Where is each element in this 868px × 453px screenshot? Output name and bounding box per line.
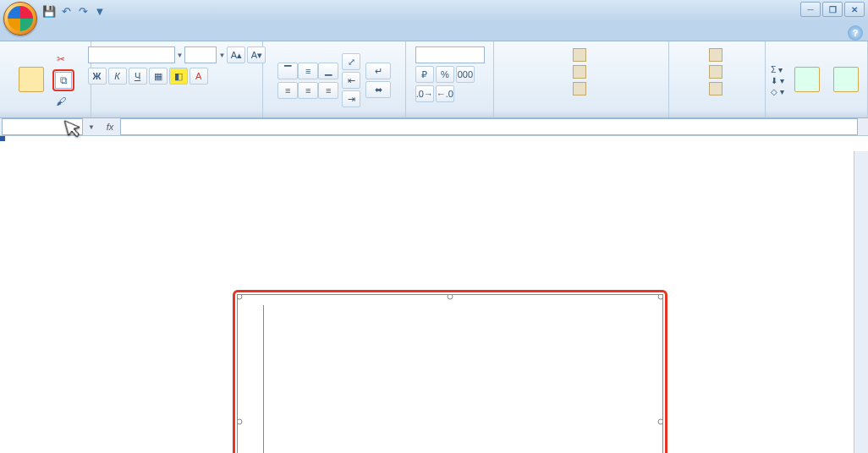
close-button[interactable]: ✕ xyxy=(844,2,865,17)
delete-cells-button[interactable] xyxy=(709,65,726,79)
align-left-button[interactable]: ≡ xyxy=(277,82,298,99)
group-clipboard: ✂ ⧉ 🖌 xyxy=(0,41,91,117)
group-number: ₽ % 000 .0→ ←.0 xyxy=(406,41,494,117)
selection-rectangle xyxy=(0,136,3,139)
save-icon[interactable]: 💾 xyxy=(42,4,56,18)
comma-button[interactable]: 000 xyxy=(456,66,475,83)
namebox-dropdown-icon[interactable]: ▼ xyxy=(88,123,95,131)
svg-point-4 xyxy=(658,419,662,424)
vertical-scrollbar[interactable] xyxy=(854,151,868,453)
conditional-formatting-button[interactable] xyxy=(573,48,590,62)
align-bottom-button[interactable]: ▁ xyxy=(318,63,338,79)
increase-decimal-button[interactable]: .0→ xyxy=(415,85,434,102)
qat-more-icon[interactable]: ▼ xyxy=(93,4,107,18)
wrap-text-button[interactable]: ↵ xyxy=(365,63,391,79)
align-middle-button[interactable]: ≡ xyxy=(298,63,318,79)
svg-point-1 xyxy=(448,295,453,299)
minimize-button[interactable]: ─ xyxy=(800,2,821,17)
cond-fmt-icon xyxy=(573,48,586,62)
formula-input[interactable] xyxy=(120,118,858,135)
help-button[interactable]: ? xyxy=(848,25,863,41)
bold-button[interactable]: Ж xyxy=(88,68,107,85)
border-button[interactable]: ▦ xyxy=(149,68,168,85)
copy-icon[interactable]: ⧉ xyxy=(55,72,72,89)
sort-icon xyxy=(794,67,820,92)
align-right-button[interactable]: ≡ xyxy=(318,82,338,99)
font-name-combo[interactable] xyxy=(88,46,175,63)
align-top-button[interactable]: ▔ xyxy=(277,63,298,79)
paste-icon xyxy=(19,67,44,92)
format-painter-icon[interactable]: 🖌 xyxy=(52,93,69,110)
find-select-button[interactable] xyxy=(830,65,862,96)
merge-button[interactable]: ⬌ xyxy=(365,81,391,98)
clear-button[interactable]: ◇ ▾ xyxy=(771,87,784,96)
fill-color-button[interactable]: ◧ xyxy=(169,68,188,85)
decrease-decimal-button[interactable]: ←.0 xyxy=(436,85,454,102)
fmt-table-icon xyxy=(573,65,586,79)
increase-indent-button[interactable]: ⇥ xyxy=(342,90,360,107)
cut-icon[interactable]: ✂ xyxy=(52,51,69,68)
font-size-combo[interactable] xyxy=(184,46,217,63)
autosum-button[interactable]: Σ ▾ xyxy=(771,65,784,74)
redo-icon[interactable]: ↷ xyxy=(76,4,90,18)
worksheet-grid[interactable] xyxy=(0,136,868,453)
title-bar: 💾 ↶ ↷ ▼ ─ ❐ ✕ xyxy=(0,0,868,22)
office-button[interactable] xyxy=(3,2,37,35)
group-styles xyxy=(494,41,669,117)
fx-icon[interactable]: fx xyxy=(100,122,120,132)
underline-button[interactable]: Ч xyxy=(129,68,147,85)
cell-styles-icon xyxy=(573,82,586,96)
insert-icon xyxy=(709,48,722,62)
orientation-button[interactable]: ⤢ xyxy=(342,53,360,70)
embedded-chart[interactable] xyxy=(237,294,663,453)
cell-styles-button[interactable] xyxy=(573,82,590,96)
insert-cells-button[interactable] xyxy=(709,48,726,62)
restore-button[interactable]: ❐ xyxy=(822,2,843,17)
svg-point-2 xyxy=(658,295,662,299)
group-editing: Σ ▾ ⬇ ▾ ◇ ▾ xyxy=(766,41,868,117)
svg-point-3 xyxy=(238,419,242,424)
quick-access-toolbar: 💾 ↶ ↷ ▼ xyxy=(42,4,107,18)
align-center-button[interactable]: ≡ xyxy=(298,82,318,99)
format-icon xyxy=(709,82,722,96)
format-cells-button[interactable] xyxy=(709,82,726,96)
currency-button[interactable]: ₽ xyxy=(415,66,434,83)
delete-icon xyxy=(709,65,722,79)
group-cells xyxy=(669,41,766,117)
fill-button[interactable]: ⬇ ▾ xyxy=(771,76,784,85)
grow-font-button[interactable]: A▴ xyxy=(227,46,245,63)
fill-handle[interactable] xyxy=(0,136,5,141)
sort-filter-button[interactable] xyxy=(791,65,823,96)
decrease-indent-button[interactable]: ⇤ xyxy=(342,72,360,89)
chart-selection-handles xyxy=(238,295,662,453)
number-format-combo[interactable] xyxy=(415,46,485,63)
paste-button[interactable] xyxy=(15,65,47,96)
formula-bar: ▼ fx xyxy=(0,118,868,136)
find-icon xyxy=(833,67,859,92)
percent-button[interactable]: % xyxy=(436,66,454,83)
undo-icon[interactable]: ↶ xyxy=(59,4,73,18)
group-font: ▼ ▼ A▴ A▾ Ж К Ч ▦ ◧ A xyxy=(91,41,263,117)
format-as-table-button[interactable] xyxy=(573,65,590,79)
copy-highlight: ⧉ xyxy=(52,69,74,91)
italic-button[interactable]: К xyxy=(108,68,127,85)
excel-window: 💾 ↶ ↷ ▼ ─ ❐ ✕ ? ✂ xyxy=(0,0,868,453)
font-color-button[interactable]: A xyxy=(190,68,208,85)
ribbon: ✂ ⧉ 🖌 ▼ ▼ A▴ A▾ xyxy=(0,41,868,118)
window-controls: ─ ❐ ✕ xyxy=(800,2,865,17)
group-alignment: ▔ ≡ ▁ ≡ ≡ ≡ ⤢ ⇤ ⇥ ↵ ⬌ xyxy=(263,41,406,117)
svg-point-0 xyxy=(238,295,242,299)
ribbon-tabs: ? xyxy=(0,22,868,41)
